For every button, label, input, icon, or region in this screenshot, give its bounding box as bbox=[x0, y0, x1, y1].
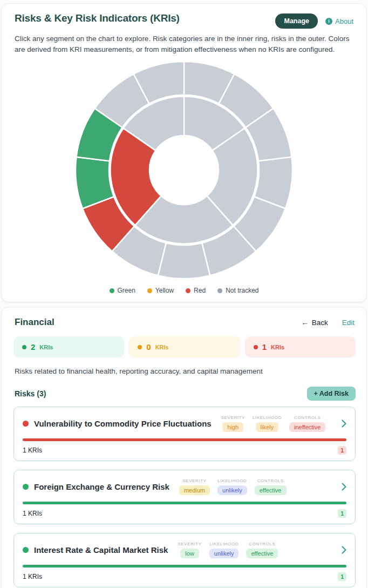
likelihood-stat: LIKELIHOOD unlikely bbox=[209, 542, 239, 558]
severity-label: SEVERITY bbox=[182, 478, 206, 483]
financial-detail-card: Financial ← Back Edit 2 KRIs 0 KRIs bbox=[1, 307, 367, 588]
likelihood-badge: likely bbox=[256, 422, 278, 432]
back-label: Back bbox=[312, 319, 328, 327]
risk-foot: 1 KRIs 1 bbox=[23, 509, 346, 518]
sunburst-outer-segment[interactable] bbox=[158, 243, 210, 279]
kri-count-badge: 1 bbox=[338, 572, 346, 581]
legend-label: Not tracked bbox=[226, 287, 258, 294]
risk-status-dot bbox=[23, 484, 29, 490]
kri-unit: KRIs bbox=[271, 344, 284, 350]
risk-head: Foreign Exchange & Currency Risk SEVERIT… bbox=[23, 478, 346, 495]
about-link[interactable]: i About bbox=[325, 17, 353, 25]
risk-level-bar bbox=[23, 502, 346, 504]
risk-foot: 1 KRIs 1 bbox=[23, 572, 346, 581]
controls-badge: ineffective bbox=[289, 422, 325, 432]
likelihood-badge: unlikely bbox=[209, 549, 239, 558]
green-dot-icon bbox=[22, 345, 26, 349]
kri-count: 1 bbox=[262, 342, 267, 352]
risk-stats: SEVERITY low LIKELIHOOD unlikely CONTROL… bbox=[178, 542, 278, 558]
manage-button[interactable]: Manage bbox=[275, 13, 318, 29]
back-button[interactable]: ← Back bbox=[301, 319, 328, 327]
risk-status-dot bbox=[23, 547, 29, 553]
gray-dot-icon bbox=[217, 288, 222, 293]
page-title: Risks & Key Risk Indicators (KRIs) bbox=[15, 12, 180, 24]
legend-label: Red bbox=[194, 287, 206, 294]
risk-title: Vulnerability to Commodity Price Fluctua… bbox=[34, 419, 212, 428]
yellow-dot-icon bbox=[147, 288, 152, 293]
controls-badge: effective bbox=[246, 549, 278, 558]
risk-card[interactable]: Interest Rate & Capital Market Risk SEVE… bbox=[13, 533, 356, 587]
green-dot-icon bbox=[110, 288, 114, 293]
risk-title: Foreign Exchange & Currency Risk bbox=[34, 482, 169, 491]
kri-count-text: 1 KRIs bbox=[23, 447, 42, 454]
likelihood-stat: LIKELIHOOD unlikely bbox=[217, 478, 247, 495]
chevron-right-icon[interactable] bbox=[337, 546, 346, 554]
legend-label: Yellow bbox=[155, 287, 174, 294]
kri-pill-green: 2 KRIs bbox=[13, 336, 124, 357]
legend-item-yellow: Yellow bbox=[147, 287, 174, 294]
kri-count: 2 bbox=[31, 342, 35, 352]
kri-overview-card: Risks & Key Risk Indicators (KRIs) Manag… bbox=[1, 3, 367, 302]
chevron-right-icon[interactable] bbox=[337, 483, 346, 491]
kri-count-text: 1 KRIs bbox=[23, 573, 42, 580]
about-label: About bbox=[335, 17, 353, 25]
chart-description: Click any segment on the chart to explor… bbox=[15, 33, 353, 55]
sunburst-svg bbox=[15, 61, 355, 280]
kri-count-badge: 1 bbox=[338, 446, 346, 455]
kri-summary-pills: 2 KRIs 0 KRIs 1 KRIs bbox=[13, 336, 356, 357]
red-dot-icon bbox=[254, 345, 258, 349]
risk-foot: 1 KRIs 1 bbox=[23, 446, 346, 455]
header-actions: Manage i About bbox=[275, 12, 353, 29]
kri-count-badge: 1 bbox=[338, 509, 346, 518]
yellow-dot-icon bbox=[138, 345, 142, 349]
controls-stat: CONTROLS ineffective bbox=[289, 415, 325, 432]
controls-stat: CONTROLS effective bbox=[255, 478, 287, 495]
severity-label: SEVERITY bbox=[221, 415, 245, 420]
red-dot-icon bbox=[186, 288, 190, 293]
kri-unit: KRIs bbox=[155, 344, 169, 350]
likelihood-stat: LIKELIHOOD likely bbox=[253, 415, 282, 432]
risk-head: Interest Rate & Capital Market Risk SEVE… bbox=[23, 542, 346, 558]
legend-label: Green bbox=[118, 287, 135, 294]
kri-pill-red: 1 KRIs bbox=[245, 336, 356, 357]
controls-stat: CONTROLS effective bbox=[246, 542, 278, 558]
severity-badge: low bbox=[180, 549, 199, 558]
risk-level-bar bbox=[23, 565, 346, 567]
sunburst-chart bbox=[15, 61, 353, 280]
likelihood-badge: unlikely bbox=[217, 485, 247, 495]
likelihood-label: LIKELIHOOD bbox=[217, 478, 247, 483]
chevron-right-icon[interactable] bbox=[337, 420, 346, 428]
section-title: Financial bbox=[15, 317, 54, 328]
severity-stat: SEVERITY high bbox=[221, 415, 245, 432]
edit-button[interactable]: Edit bbox=[342, 319, 355, 327]
severity-stat: SEVERITY medium bbox=[179, 478, 210, 495]
controls-badge: effective bbox=[255, 485, 287, 495]
category-description: Risks related to financial health, repor… bbox=[13, 367, 356, 375]
risk-head: Vulnerability to Commodity Price Fluctua… bbox=[23, 415, 346, 432]
legend-item-green: Green bbox=[110, 287, 135, 294]
chart-legend: Green Yellow Red Not tracked bbox=[15, 287, 353, 294]
financial-header: Financial ← Back Edit bbox=[13, 317, 356, 328]
risks-header: Risks (3) + Add Risk bbox=[13, 387, 356, 401]
severity-label: SEVERITY bbox=[178, 542, 201, 546]
add-risk-button[interactable]: + Add Risk bbox=[307, 387, 356, 401]
risk-title: Interest Rate & Capital Market Risk bbox=[34, 545, 168, 555]
back-arrow-icon: ← bbox=[301, 319, 309, 327]
risk-card[interactable]: Vulnerability to Commodity Price Fluctua… bbox=[13, 407, 356, 461]
overview-header: Risks & Key Risk Indicators (KRIs) Manag… bbox=[15, 12, 353, 29]
kri-unit: KRIs bbox=[39, 344, 53, 350]
likelihood-label: LIKELIHOOD bbox=[209, 542, 238, 546]
kri-pill-yellow: 0 KRIs bbox=[129, 336, 240, 357]
risk-list: Vulnerability to Commodity Price Fluctua… bbox=[13, 407, 356, 587]
controls-label: CONTROLS bbox=[249, 542, 275, 546]
risk-stats: SEVERITY high LIKELIHOOD likely CONTROLS… bbox=[221, 415, 326, 432]
severity-stat: SEVERITY low bbox=[178, 542, 201, 558]
legend-item-red: Red bbox=[186, 287, 206, 294]
controls-label: CONTROLS bbox=[257, 478, 283, 483]
severity-badge: high bbox=[222, 422, 243, 432]
risk-stats: SEVERITY medium LIKELIHOOD unlikely CONT… bbox=[179, 478, 287, 495]
risk-card[interactable]: Foreign Exchange & Currency Risk SEVERIT… bbox=[13, 470, 356, 524]
risk-status-dot bbox=[23, 421, 29, 427]
legend-item-not-tracked: Not tracked bbox=[217, 287, 258, 294]
page: Risks & Key Risk Indicators (KRIs) Manag… bbox=[0, 0, 368, 588]
